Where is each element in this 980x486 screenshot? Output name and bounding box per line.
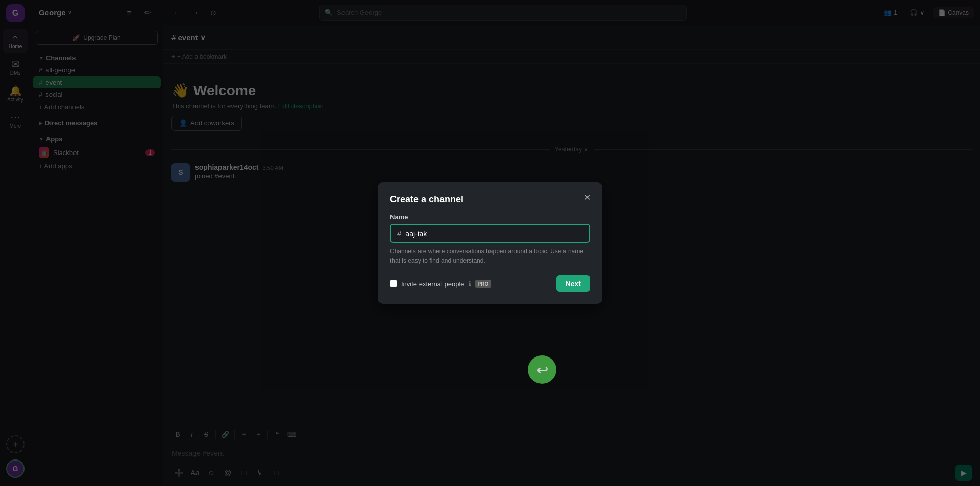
channel-name-input[interactable]: [405, 229, 583, 238]
modal-input-wrapper: #: [390, 224, 590, 243]
modal-hint: Channels are where conversations happen …: [390, 247, 590, 265]
next-button[interactable]: Next: [556, 275, 590, 292]
invite-external-checkbox[interactable]: [390, 280, 397, 287]
modal-title: Create a channel: [390, 194, 590, 205]
pro-badge: PRO: [475, 280, 492, 288]
info-icon[interactable]: ℹ: [469, 280, 471, 287]
modal-close-button[interactable]: ✕: [580, 190, 594, 204]
invite-external-row: Invite external people ℹ PRO: [390, 280, 491, 288]
modal-hash-icon: #: [397, 229, 401, 238]
invite-external-label: Invite external people: [401, 280, 464, 288]
cursor-highlight: ↩: [528, 355, 556, 384]
modal-overlay: Create a channel ✕ Name # Channels are w…: [0, 0, 980, 486]
close-icon: ✕: [584, 193, 591, 202]
modal-footer: Invite external people ℹ PRO Next: [390, 275, 590, 292]
create-channel-modal: Create a channel ✕ Name # Channels are w…: [378, 182, 602, 304]
modal-name-label: Name: [390, 213, 590, 221]
